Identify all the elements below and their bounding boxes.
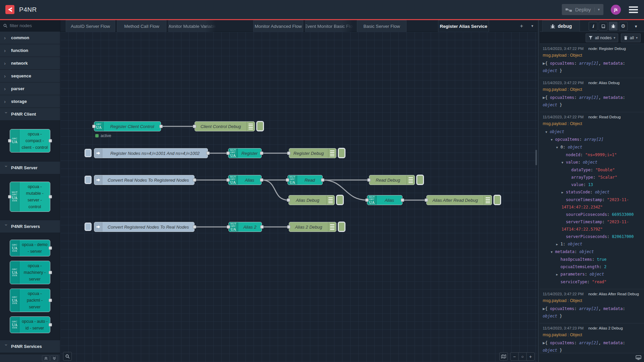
inject-trigger-button[interactable] [85,223,92,231]
inject-trigger-button[interactable] [85,149,92,157]
output-port[interactable] [49,299,52,302]
zoom-out-button[interactable]: − [510,352,519,361]
minimap-button[interactable] [499,352,508,361]
input-port[interactable] [287,198,290,202]
palette-node-opcua-demo-server[interactable]: OPCUASVRopcua - demo- server [10,240,50,256]
tab-debug[interactable]: debug [542,20,580,32]
input-port[interactable] [193,125,196,128]
palette-category-parser[interactable]: ›parser [0,82,60,95]
output-port[interactable] [401,198,404,202]
output-port[interactable] [49,323,52,326]
palette-category-p4nr-servers[interactable]: ›P4NR Servers [0,220,60,233]
flow-tab-register-alias-service[interactable]: Register Alias Service [438,20,489,32]
debug-message[interactable]: 11/14/2023, 3:47:22 PMnode: Register Deb… [540,44,644,78]
sidebar-splitter[interactable] [537,20,540,362]
debug-message[interactable]: 11/14/2023, 3:47:22 PMnode: Read Debugms… [540,112,644,289]
flow-list-caret-icon[interactable]: ▾ [528,22,536,30]
tree-row[interactable]: serviceType: "read" [543,278,641,286]
output-port[interactable] [260,152,263,155]
output-port[interactable] [49,195,52,198]
flow-node-alias-after-read-debug[interactable]: Alias After Read Debug [426,195,492,205]
palette-category-function[interactable]: ›function [0,44,60,57]
sidebar-menu-caret-icon[interactable]: ▾ [632,22,640,31]
debug-enable-toggle[interactable] [338,222,345,232]
debug-message[interactable]: 11/14/2023, 3:47:22 PMnode: Alias Debugm… [540,78,644,112]
debug-object-preview[interactable]: ▶{ opcuaItems: array[2], metadata: objec… [543,339,641,353]
caret-expanded-icon[interactable]: ▼ [556,144,560,151]
flow-node-read-debug[interactable]: Read Debug [369,175,415,185]
input-port[interactable] [287,152,290,155]
palette-node-opcua-packml-server[interactable]: OPCUASVRopcua -packml -server [10,289,50,312]
palette-category-common[interactable]: ›common [0,32,60,44]
output-port[interactable] [193,178,196,182]
tree-row[interactable]: nodeId: "ns=9999;i=1" [543,151,641,159]
caret-collapsed-icon[interactable]: ▶ [556,241,560,248]
input-port[interactable] [365,198,369,202]
output-port[interactable] [193,225,196,229]
debug-enable-toggle[interactable] [256,121,264,131]
deploy-caret-icon[interactable]: ▾ [594,7,600,12]
flow-tab-monitor-advanced-flow[interactable]: Monitor Advanced Flow [253,20,303,32]
output-port[interactable] [49,246,52,250]
canvas-search-button[interactable] [63,352,72,361]
zoom-reset-button[interactable]: ○ [518,352,527,361]
debug-clear-button[interactable]: all ▾ [621,34,641,42]
tree-row[interactable]: ▼value: object [543,159,641,166]
input-port[interactable] [226,152,230,155]
flow-node-register-debug[interactable]: Register Debug [289,148,336,158]
caret-collapsed-icon[interactable]: ▶ [556,271,560,278]
tree-row[interactable]: sourceTimestamp: "2023-11-14T14:47:22.23… [543,196,641,211]
open-window-button[interactable] [636,355,641,360]
palette-category-network[interactable]: ›network [0,57,60,70]
flow-node-convert-registered-nodes-to-real-nodes[interactable]: Convert Registered Nodes To Real Nodes [94,222,195,232]
input-port[interactable] [367,178,371,182]
tree-row[interactable]: ▼metadata: object [543,248,641,256]
input-port[interactable] [287,225,290,229]
tree-row[interactable]: ▼opcuaItems: array[2] [543,136,641,143]
debug-message[interactable]: 11/14/2023, 3:47:23 PMnode: Alias 2 Debu… [540,323,644,353]
output-port[interactable] [159,125,163,128]
input-port[interactable] [425,198,428,202]
output-port[interactable] [260,178,263,182]
input-port[interactable] [8,139,11,142]
tree-row[interactable]: arrayType: "Scalar" [543,174,641,181]
flow-node-read[interactable]: MUTOPCUARead [287,175,323,185]
flow-tab-basic-server-flow[interactable]: Basic Server Flow [357,20,407,32]
expand-all-button[interactable] [50,355,58,361]
caret-expanded-icon[interactable]: ▼ [561,159,566,166]
palette-category-sequence[interactable]: ›sequence [0,70,60,82]
input-port[interactable] [8,195,11,198]
palette-node-opcua-machinery-server[interactable]: OPCUASVRopcua -machinery -server [10,261,50,284]
palette-category-p4nr-server[interactable]: ›P4NR Server [0,162,60,174]
caret-expanded-icon[interactable]: ▼ [551,136,555,143]
tree-row[interactable]: ▶1: object [543,240,641,248]
output-port[interactable] [321,178,324,182]
tree-row[interactable]: ▶parameters: object [543,270,641,278]
input-port[interactable] [226,178,230,182]
tree-row[interactable]: sourcePicoseconds: 669533000 [543,211,641,218]
palette-filter-input[interactable] [10,23,53,28]
tree-row[interactable]: serverPicoseconds: 820617000 [543,233,641,240]
hamburger-icon[interactable] [628,6,639,14]
flow-node-alias[interactable]: MUTOPCUAAlias [367,195,402,205]
input-port[interactable] [227,225,230,229]
debug-object-preview[interactable]: ▶{ opcuaItems: array[2], metadata: objec… [543,60,641,74]
flow-tab-monitor-mutable-variables[interactable]: Monitor Mutable Variables [168,20,218,32]
flow-canvas[interactable]: OPCUARegister Client ControlactiveClient… [60,32,537,362]
tree-row[interactable]: opcuaItemsLength: 2 [543,263,641,270]
settings-button[interactable]: ⚙ [619,22,628,31]
debug-object-preview[interactable]: ▶{ opcuaItems: array[2], metadata: objec… [543,94,641,109]
flow-node-alias[interactable]: MUTOPCUAAlias [228,175,262,185]
wire[interactable] [262,180,288,200]
canvas-scrollbar[interactable] [535,150,537,165]
flow-tab-event-monitor-basic-flow[interactable]: Event Monitor Basic Flow [305,20,355,32]
output-port[interactable] [206,152,210,155]
inject-trigger-button[interactable] [85,176,92,184]
palette-category-p4nr-services[interactable]: ›P4NR Services [0,340,60,353]
output-port[interactable] [260,225,264,229]
tree-row[interactable]: hasOpcuaItems: true [543,256,641,263]
help-button[interactable] [599,22,607,31]
caret-expanded-icon[interactable]: ▼ [545,128,550,136]
flow-node-register-nodes-ns-4-i-1001-and-ns-4-i-1002[interactable]: Register Nodes ns=4;i=1001 And ns=4;i=10… [94,148,208,158]
flow-node-alias-2[interactable]: MUTOPCUAAlias 2 [228,222,262,232]
